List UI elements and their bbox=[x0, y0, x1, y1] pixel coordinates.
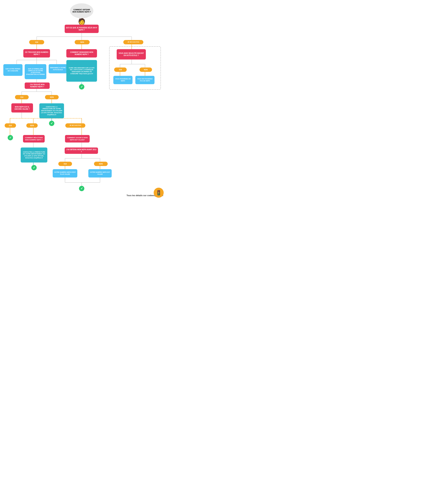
logo-icon: 🚦 bbox=[154, 188, 164, 198]
box-est-valide: VOTRE NUMÉRO NEPH EST VALIDE bbox=[88, 169, 112, 177]
box-neph-valide: MON NEPH EST-IL ENCORE VALIDE ? bbox=[11, 103, 33, 112]
box-plus-valide: VOTRE NUMÉRO NEPH N'EST PLUS VALIDE bbox=[53, 169, 77, 177]
dashed-rect-right bbox=[109, 46, 161, 90]
check-ants: ✓ bbox=[79, 84, 84, 90]
non-avant-pill: NON bbox=[94, 162, 108, 166]
thought-text: COMMENT OBTENIR MON NUMÉRO NEPH ? bbox=[72, 9, 91, 13]
check-final: ✓ bbox=[79, 186, 84, 191]
oui-neph-pill: OUI bbox=[5, 123, 16, 128]
non-main-pill: NON bbox=[75, 40, 90, 44]
oui-main-pill: OUI bbox=[29, 40, 44, 44]
oui-avant-pill: OUI bbox=[58, 162, 72, 166]
box-demander: COMMENT DEMANDER MON NUMÉRO NEPH ? bbox=[66, 49, 97, 58]
non-neph-pill: NON bbox=[26, 123, 38, 128]
box-trouver: OÙ TROUVER MON NUMÉRO NEPH ? bbox=[23, 49, 50, 58]
check-pref2: ✓ bbox=[31, 165, 37, 170]
jns-main-pill: JE NE SAIS PAS bbox=[123, 40, 143, 44]
box-contactez-pref1: CONTACTEZ LA PRÉFECTURE DE VOTRE DÉPARTE… bbox=[39, 103, 64, 118]
box-cerfa: SUR LE FORMULAIRE CERFA O2 OU VOTRE ATTE… bbox=[25, 64, 46, 79]
box-trouve: J'AI TROUVÉ MON NUMÉRO NEPH ? bbox=[25, 82, 50, 89]
start-question-box: EST-CE QUE JE POSSÈDE DÉJÀ UN N° NEPH ? bbox=[65, 25, 99, 33]
box-avant2013: J'AI OBTENU MON NEPH AVANT 2013 ? bbox=[65, 147, 98, 154]
box-savoir: COMMENT SAVOIR SI MON NEPH EST VALIDE? bbox=[65, 135, 90, 142]
box-reactiver: COMMENT RÉACTIVER MON NUMÉRO NEPH ? bbox=[23, 135, 45, 142]
jns-neph-pill: JE NE SAIS PAS bbox=[65, 123, 85, 128]
thought-bubble: COMMENT OBTENIR MON NUMÉRO NEPH ? bbox=[70, 3, 93, 18]
box-contactez-pref2: CONTACTEZ LA PRÉFECTURE DE VOTRE DÉPARTE… bbox=[21, 147, 47, 162]
oui-found-pill: OUI bbox=[15, 95, 29, 99]
check-pref1: ✓ bbox=[49, 121, 54, 126]
check-oui-neph: ✓ bbox=[8, 135, 13, 140]
box-permis: SUR VOTRE PERMIS DE CONDUIRE bbox=[3, 64, 22, 76]
non-found-pill: NON bbox=[45, 95, 59, 99]
box-ants: FAIRE UNE DEMANDE SUR LE SITE DE L'ANTS … bbox=[66, 60, 97, 82]
box-demandez-auto: DEMANDEZ A VOTRE AUTO-ÉCOLE bbox=[49, 64, 67, 73]
